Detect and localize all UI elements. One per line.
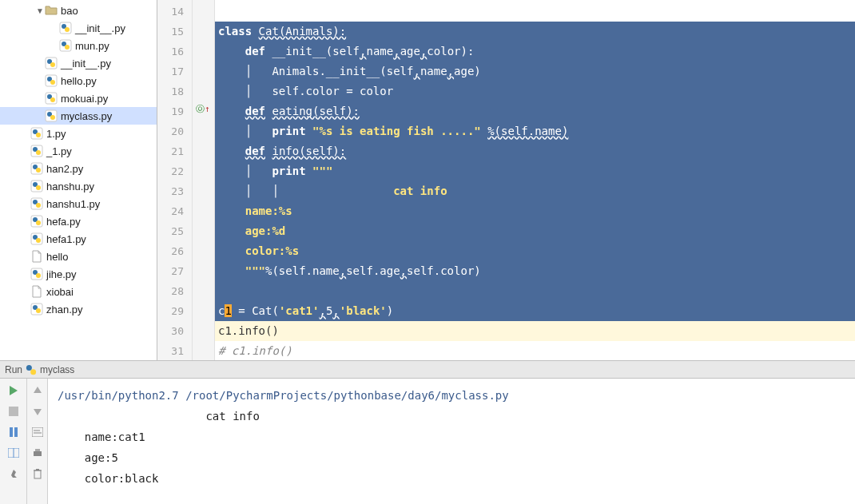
code-line-25[interactable]: age:%d [215,221,855,241]
svg-marker-53 [34,387,42,393]
tree-item-hefa1-py[interactable]: hefa1.py [0,230,157,248]
py-icon [30,268,43,280]
code-editor[interactable]: 141516171819202122232425262728293031 ⓞ↑ … [157,0,855,360]
code-line-27[interactable]: """%(self.name,self.age,self.color) [215,261,855,281]
svg-point-20 [36,133,41,137]
stop-button[interactable] [6,404,21,419]
svg-point-46 [30,369,36,375]
console-stdout: cat info name:cat1 age:5 color:black [58,410,260,485]
file-icon [30,250,43,263]
console-command: /usr/bin/python2.7 /root/PycharmProjects… [58,389,509,402]
code-line-31[interactable]: # c1.info() [215,341,855,361]
code-line-15[interactable]: class Cat(Animals): [215,22,855,42]
tree-item-mokuai-py[interactable]: mokuai.py [0,89,157,107]
override-marker-icon[interactable]: ⓞ↑ [196,103,210,115]
wrap-button[interactable] [30,425,45,439]
tree-item-hello[interactable]: hello [0,248,157,265]
tree-arrow-icon: ▼ [35,6,45,15]
pause-button[interactable] [6,425,21,439]
tree-item-label: xiobai [46,286,74,298]
tree-item-label: hefa.py [46,216,81,228]
svg-point-17 [50,115,55,120]
svg-point-44 [36,308,41,313]
code-line-19[interactable]: def eating(self): [215,101,855,121]
code-line-29[interactable]: c1 = Cat('cat1',5,'black') [215,301,855,321]
py-icon [45,74,58,87]
svg-marker-47 [10,386,18,395]
pin-button[interactable] [6,466,21,481]
tree-item-zhan-py[interactable]: zhan.py [0,300,157,318]
svg-point-11 [50,80,55,85]
py-icon [30,303,43,315]
py-icon [30,145,43,157]
tree-item-label: _1.py [46,145,72,157]
svg-point-38 [36,238,41,243]
svg-point-2 [65,27,70,32]
tree-item-hello-py[interactable]: hello.py [0,72,157,89]
trash-button[interactable] [30,466,45,481]
tree-item-label: hanshu1.py [46,198,100,210]
code-line-26[interactable]: color:%s [215,241,855,261]
up-button[interactable] [30,383,45,398]
py-icon [30,162,43,175]
tree-item-han2-py[interactable]: han2.py [0,160,157,177]
project-tree[interactable]: ▼bao__init__.pymun.py__init__.pyhello.py… [0,0,157,360]
svg-rect-56 [34,451,42,456]
svg-point-41 [36,273,41,278]
tree-item-label: zhan.py [46,304,83,315]
code-area[interactable]: class Cat(Animals): def __init__(self,na… [215,0,855,360]
svg-point-5 [65,45,70,50]
code-line-30[interactable]: c1.info() [215,321,855,341]
code-line-21[interactable]: def info(self): [215,141,855,161]
line-number-gutter: 141516171819202122232425262728293031 [157,0,193,360]
svg-rect-58 [34,470,41,478]
rerun-button[interactable] [6,383,21,398]
tree-item-mun-py[interactable]: mun.py [0,37,157,54]
print-button[interactable] [30,446,45,460]
marker-gutter: ⓞ↑ [193,0,215,360]
py-icon [30,180,43,192]
py-icon [30,232,43,245]
code-line-24[interactable]: name:%s [215,201,855,221]
tree-item---init---py[interactable]: __init__.py [0,19,157,37]
code-line-14[interactable] [215,2,855,22]
svg-point-32 [36,203,41,208]
tree-item-myclass-py[interactable]: myclass.py [0,107,157,125]
svg-rect-49 [10,427,13,437]
code-line-18[interactable]: │ self.color = color [215,81,855,101]
tree-item-hanshu1-py[interactable]: hanshu1.py [0,195,157,212]
tree-item-hefa-py[interactable]: hefa.py [0,212,157,230]
tree-item-label: hello.py [61,75,97,87]
tree-item---init---py[interactable]: __init__.py [0,54,157,72]
run-tool-header[interactable]: Run myclass [0,361,855,379]
py-icon [59,22,72,34]
svg-point-29 [36,185,41,190]
tree-item--1-py[interactable]: _1.py [0,142,157,160]
code-line-17[interactable]: │ Animals.__init__(self,name,age) [215,62,855,81]
py-icon [30,197,43,210]
tree-item-1-py[interactable]: 1.py [0,125,157,142]
tree-item-bao[interactable]: ▼bao [0,2,157,19]
svg-rect-57 [35,449,40,451]
svg-rect-50 [14,427,18,437]
code-line-16[interactable]: def __init__(self,name,age,color): [215,42,855,62]
code-line-28[interactable] [215,281,855,301]
py-icon [45,92,58,105]
down-button[interactable] [30,404,45,419]
code-line-20[interactable]: │ print "%s is eating fish ....." %(self… [215,121,855,141]
code-line-22[interactable]: │ print """ [215,161,855,181]
tree-item-jihe-py[interactable]: jihe.py [0,265,157,283]
console-output[interactable]: /usr/bin/python2.7 /root/PycharmProjects… [48,379,855,504]
svg-point-45 [26,364,32,370]
folder-icon [45,4,58,17]
code-line-23[interactable]: │ │ cat info [215,181,855,201]
tree-item-xiobai[interactable]: xiobai [0,283,157,300]
svg-point-26 [36,168,41,173]
tree-item-hanshu-py[interactable]: hanshu.py [0,177,157,195]
layout-button[interactable] [6,446,21,460]
tree-item-label: bao [61,5,78,17]
svg-point-35 [36,220,41,225]
svg-point-8 [50,62,55,67]
tree-item-label: hefa1.py [46,233,86,245]
tree-item-label: hanshu.py [46,181,94,192]
